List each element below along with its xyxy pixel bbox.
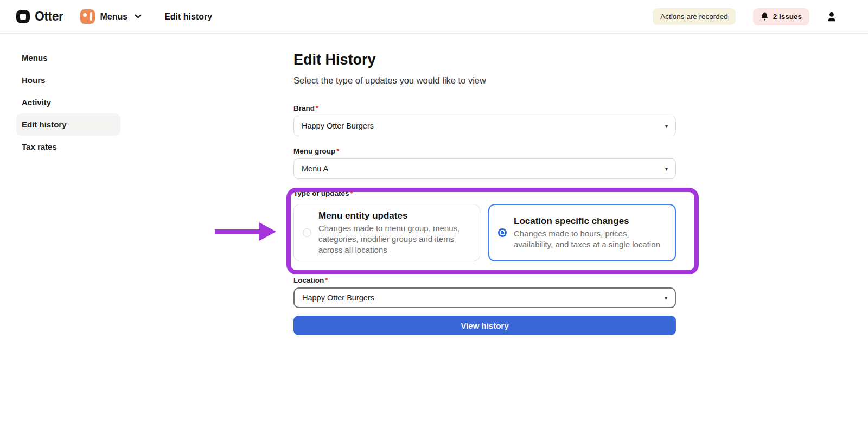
view-history-button[interactable]: View history: [293, 316, 676, 335]
option-description: Changes made to menu group, menus, categ…: [318, 223, 471, 255]
option-location-specific-changes[interactable]: Location specific changes Changes made t…: [488, 204, 676, 261]
sidebar-item-tax-rates[interactable]: Tax rates: [0, 136, 141, 158]
type-of-updates-label: Type of updates*: [293, 189, 676, 199]
app-switcher[interactable]: Menus: [80, 9, 142, 24]
radio-unselected-icon[interactable]: [303, 228, 311, 237]
caret-down-icon: ▾: [665, 123, 668, 129]
menu-group-label: Menu group*: [293, 147, 676, 157]
menus-app-icon: [80, 9, 95, 24]
option-title: Location specific changes: [514, 216, 666, 227]
page-title: Edit History: [293, 50, 676, 69]
option-description: Changes made to hours, prices, availabil…: [514, 228, 666, 250]
required-marker: *: [325, 276, 328, 284]
user-account-icon[interactable]: [826, 11, 838, 23]
otter-wordmark: Otter: [35, 9, 63, 24]
issues-badge-label: 2 issues: [773, 12, 802, 21]
otter-logo[interactable]: Otter: [16, 9, 63, 24]
sidebar-item-edit-history[interactable]: Edit history: [16, 113, 120, 136]
option-menu-entity-updates[interactable]: Menu entity updates Changes made to menu…: [293, 204, 480, 261]
required-marker: *: [350, 189, 353, 197]
sidebar-item-menus[interactable]: Menus: [0, 47, 141, 69]
radio-selected-icon[interactable]: [498, 228, 507, 237]
otter-logo-icon: [16, 10, 30, 23]
location-select[interactable]: Happy Otter Burgers ▾: [293, 287, 676, 308]
menu-group-select[interactable]: Menu A ▾: [293, 158, 676, 179]
topbar-page-title: Edit history: [164, 12, 212, 22]
location-label: Location*: [293, 276, 676, 286]
topbar: Otter Menus Edit history Actions are rec…: [0, 0, 868, 34]
annotation-arrow-head: [259, 222, 276, 241]
required-marker: *: [316, 104, 318, 112]
caret-down-icon: ▾: [665, 295, 667, 301]
edit-history-form: Edit History Select the type of updates …: [293, 34, 676, 335]
caret-down-icon: ▾: [665, 166, 668, 172]
brand-select-value: Happy Otter Burgers: [302, 122, 374, 130]
location-select-value: Happy Otter Burgers: [302, 293, 374, 302]
brand-label: Brand*: [293, 104, 676, 114]
actions-recorded-badge: Actions are recorded: [653, 8, 736, 25]
required-marker: *: [336, 147, 339, 155]
type-of-updates-options: Menu entity updates Changes made to menu…: [293, 204, 676, 261]
page-subtitle: Select the type of updates you would lik…: [293, 74, 676, 86]
annotation-arrow: [215, 229, 260, 234]
issues-badge[interactable]: 2 issues: [753, 8, 809, 25]
sidebar-item-activity[interactable]: Activity: [0, 91, 141, 113]
option-title: Menu entity updates: [318, 210, 471, 221]
brand-select[interactable]: Happy Otter Burgers ▾: [293, 116, 676, 136]
menu-group-select-value: Menu A: [302, 164, 328, 173]
bell-icon: [761, 12, 769, 21]
sidebar: Menus Hours Activity Edit history Tax ra…: [0, 34, 141, 158]
app-switcher-label: Menus: [100, 12, 127, 22]
sidebar-item-hours[interactable]: Hours: [0, 69, 141, 91]
chevron-down-icon: [135, 14, 142, 19]
